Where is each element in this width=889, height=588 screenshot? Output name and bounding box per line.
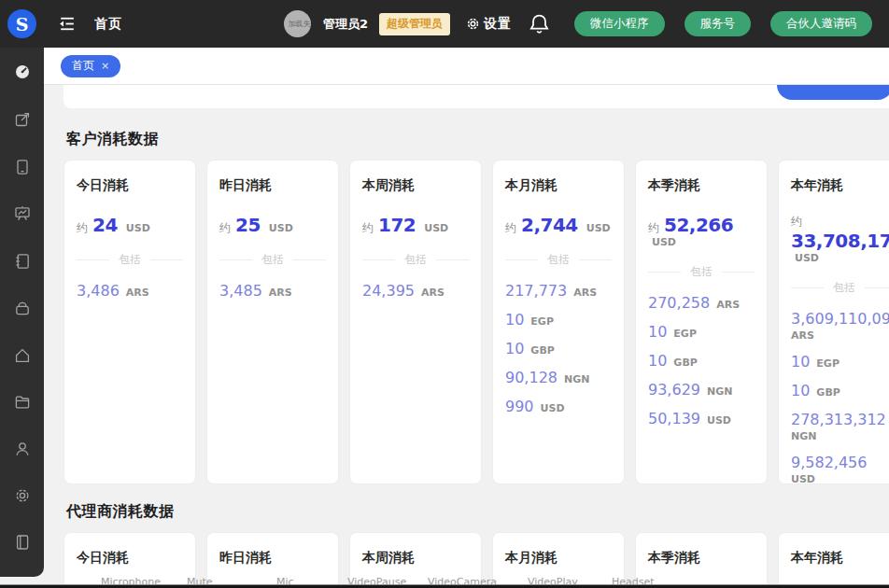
breakdown-row: 270,258ARS [648,294,755,313]
avatar[interactable]: 加载失败 [284,10,311,37]
stat-card-title: 本周消耗 [362,177,469,194]
divider-line [722,272,755,273]
currency-code: USD [791,472,815,486]
quick-action-button[interactable]: 合伙人邀请码 [770,11,872,36]
divider-line [648,272,681,273]
divider-line [791,287,824,288]
breakdown-value: 10 [791,382,810,400]
breakdown-value: 90,128 [505,369,557,387]
breakdown-value: 10 [791,353,810,371]
breakdown-value: 93,629 [648,381,700,399]
notebook-icon[interactable] [13,252,32,271]
divider-line [77,259,109,260]
breakdown-value: 3,485 [219,282,262,301]
dashboard-icon[interactable] [13,63,32,81]
stat-card: 本季消耗约52,266USD包括270,258ARS10EGP10GBP93,6… [635,160,768,484]
includes-divider: 包括 [219,252,326,268]
section-title: 客户消耗数据 [66,130,889,149]
breakdown-value: 9,582,456 [791,454,867,472]
folder-icon[interactable] [13,393,32,412]
breakdown-value: 50,139 [648,410,700,428]
divider-line [150,259,183,260]
breakdown-row: 93,629NGN [648,381,755,399]
panel-action-button[interactable] [777,85,889,100]
stat-card-title: 本月消耗 [505,177,612,194]
currency-code: GBP [816,385,840,399]
currency-code: ARS [126,286,149,300]
approx-row: 约52,266USD [648,214,755,248]
approx-label: 约 [505,220,516,236]
stat-card: 本周消耗约0 [349,532,482,588]
approx-label: 约 [77,220,88,236]
divider-line [579,259,612,260]
stat-card-title: 昨日消耗 [219,177,326,194]
stat-card: 本月消耗约0 [492,532,625,588]
tab-close-icon[interactable]: × [101,60,109,72]
breakdown-row: 217,773ARS [505,282,612,301]
stat-card-title: 本月消耗 [505,550,612,567]
cards-row: 今日消耗约0昨日消耗约0本周消耗约0本月消耗约0本季消耗约0本年消耗约906,1… [64,532,889,588]
stat-card-title: 今日消耗 [77,177,183,194]
breakdown-row: 10EGP [648,323,755,342]
quick-action-button[interactable]: 服务号 [684,11,752,36]
bottom-bar [0,584,889,588]
settings-button[interactable]: 设置 [466,16,512,33]
avatar-fallback-text: 加载失败 [289,20,307,28]
currency-code: ARS [716,298,740,312]
main-content: 客户消耗数据 今日消耗约24USD包括3,486ARS昨日消耗约25USD包括3… [44,85,889,588]
tab-home-label: 首页 [72,58,94,74]
user-icon[interactable] [13,440,32,458]
stat-card: 今日消耗约0 [64,532,196,588]
breakdown-value: 10 [648,323,667,342]
tab-home[interactable]: 首页 × [61,55,120,77]
approx-unit: USD [586,222,611,234]
currency-code: NGN [564,372,589,386]
breakdown-value: 270,258 [648,294,710,313]
includes-divider: 包括 [648,264,755,280]
includes-label: 包括 [833,280,855,296]
breakdown-value: 3,486 [77,282,120,301]
settings-icon[interactable] [13,486,32,505]
currency-code: NGN [791,429,816,443]
user-name: 管理员2 [323,16,368,33]
section-agent-consumption: 代理商消耗数据 今日消耗约0昨日消耗约0本周消耗约0本月消耗约0本季消耗约0本年… [64,502,889,588]
breakdown-value: 278,313,312 [791,411,886,429]
includes-divider: 包括 [362,252,469,268]
approx-unit: USD [126,222,150,234]
stat-card: 昨日消耗约0 [206,532,339,588]
breakdown-row: 3,486ARS [77,282,183,301]
currency-code: EGP [816,357,840,371]
breakdown-row: 9,582,456USD [791,454,889,486]
ledger-icon[interactable] [13,533,32,552]
breakdown-value: 990 [505,398,534,416]
divider-line [362,259,395,260]
currency-code: ARS [573,286,597,300]
breakdown-row: 50,139USD [648,410,755,428]
fold-menu-icon[interactable] [57,14,77,34]
approx-unit: USD [269,222,293,234]
notification-bell-icon[interactable] [528,12,551,35]
approx-label: 约 [648,220,659,236]
home-icon[interactable] [13,346,32,365]
includes-label: 包括 [404,252,427,268]
breakdown-value: 10 [505,340,524,358]
tablet-icon[interactable] [13,158,32,176]
navbar: S 首页 加载失败 管理员2 超级管理员 设置 微信小程序服务号合伙人邀请码客户… [0,0,889,48]
quick-action-button[interactable]: 微信小程序 [574,11,665,36]
divider-line [436,259,469,260]
app-logo: S [7,9,36,38]
approx-unit: USD [424,222,448,234]
approx-unit: USD [795,252,819,264]
sidebar [0,48,44,577]
approx-label: 约 [362,220,374,236]
approx-row: 约33,708,173USD [791,214,889,264]
breakdown-row: 90,128NGN [505,369,612,387]
breakdown-row: 10EGP [505,311,612,329]
external-link-icon[interactable] [13,110,32,129]
approx-row: 约172USD [362,214,469,236]
approx-row: 约24USD [77,214,183,236]
approx-row: 约25USD [219,214,326,236]
breakdown-row: 278,313,312NGN [791,411,889,443]
presentation-icon[interactable] [13,204,32,223]
archive-icon[interactable] [13,299,32,317]
